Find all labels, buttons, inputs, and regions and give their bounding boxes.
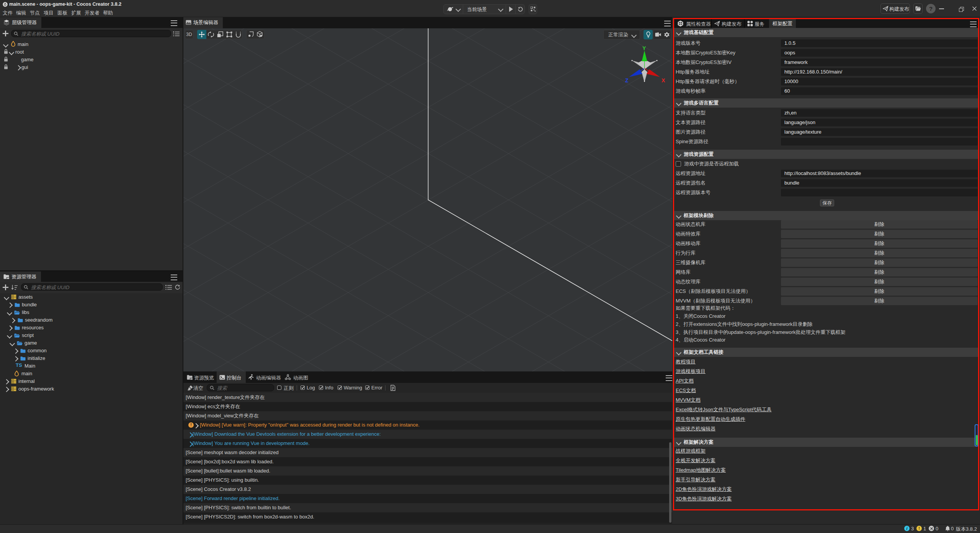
svg-text:Z: Z	[625, 77, 629, 83]
svg-text:Y: Y	[642, 46, 646, 51]
svg-text:X: X	[662, 77, 665, 83]
